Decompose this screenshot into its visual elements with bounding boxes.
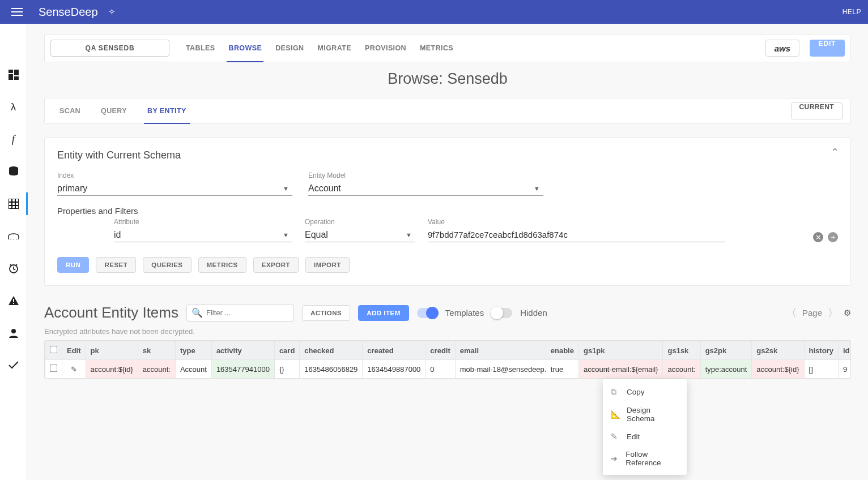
value-label: Value [428, 218, 725, 226]
reset-button[interactable]: RESET [96, 257, 136, 273]
col-gs2sk[interactable]: gs2sk [752, 341, 804, 360]
col-edit[interactable]: Edit [62, 341, 86, 360]
chevron-up-icon[interactable]: ⌃ [831, 146, 839, 158]
remove-filter-icon[interactable]: ✕ [813, 232, 823, 242]
app-header: SenseDeep ✧ HELP [0, 0, 868, 24]
cell-gs1sk: account: [663, 360, 700, 379]
tab-by-entity[interactable]: BY ENTITY [137, 98, 197, 124]
edit-button[interactable]: EDIT [810, 40, 845, 57]
check-icon[interactable] [0, 358, 27, 372]
value-input[interactable] [428, 228, 725, 242]
operation-select[interactable]: Equal▼ [305, 228, 415, 242]
encrypted-note: Encrypted attributes have not been decry… [44, 327, 851, 336]
row-edit-icon[interactable]: ✎ [62, 360, 86, 379]
ctx-follow-reference[interactable]: ➔Follow Reference [603, 445, 687, 472]
next-page-icon[interactable]: 〉 [828, 306, 838, 320]
col-credit[interactable]: credit [426, 341, 455, 360]
current-button[interactable]: CURRENT [791, 102, 843, 119]
cell-sk: account: [138, 360, 175, 379]
grid-icon[interactable] [0, 197, 27, 211]
col-gs1pk[interactable]: gs1pk [578, 341, 663, 360]
tab-query[interactable]: QUERY [91, 98, 137, 124]
operation-label: Operation [305, 218, 415, 226]
tab-browse[interactable]: BROWSE [222, 34, 268, 62]
page-title: Browse: Sensedb [44, 70, 851, 88]
tab-scan[interactable]: SCAN [49, 98, 91, 124]
cell-type: Account [175, 360, 211, 379]
cell-gs2pk: type:account [700, 360, 752, 379]
cell-credit: 0 [426, 360, 455, 379]
gear-icon[interactable]: ⚙ [844, 308, 851, 318]
col-checked[interactable]: checked [300, 341, 363, 360]
metrics-button[interactable]: METRICS [198, 257, 246, 273]
database-selector[interactable]: QA SENSEDB [50, 40, 169, 57]
cell-card: {} [274, 360, 299, 379]
svg-rect-7 [13, 299, 14, 302]
svg-point-9 [11, 329, 16, 333]
cell-activity: 1635477941000 [211, 360, 274, 379]
tab-tables[interactable]: TABLES [180, 34, 221, 62]
ruler-icon: 📐 [611, 410, 620, 419]
entity-model-label: Entity Model [308, 172, 543, 179]
tab-provision[interactable]: PROVISION [359, 34, 412, 62]
col-pk[interactable]: pk [86, 341, 138, 360]
ctx-design-schema[interactable]: 📐Design Schema [603, 401, 687, 427]
export-button[interactable]: EXPORT [253, 257, 299, 273]
function-icon[interactable]: f [0, 132, 27, 146]
col-enable[interactable]: enable [546, 341, 578, 360]
col-card[interactable]: card [274, 341, 299, 360]
templates-toggle[interactable] [417, 308, 437, 318]
svg-rect-8 [13, 303, 14, 304]
col-created[interactable]: created [363, 341, 426, 360]
table-row[interactable]: ✎ account:${id} account: Account 1635477… [45, 360, 852, 379]
run-button[interactable]: RUN [57, 257, 89, 273]
filters-heading: Properties and Filters [57, 206, 838, 216]
col-activity[interactable]: activity [211, 341, 274, 360]
col-gs2pk[interactable]: gs2pk [700, 341, 752, 360]
col-id[interactable]: id [838, 341, 851, 360]
add-filter-icon[interactable]: ＋ [828, 232, 838, 242]
lambda-icon[interactable]: λ [0, 100, 27, 114]
tab-metrics[interactable]: METRICS [414, 34, 459, 62]
import-button[interactable]: IMPORT [305, 257, 350, 273]
tab-design[interactable]: DESIGN [269, 34, 310, 62]
ctx-edit[interactable]: ✎Edit [603, 427, 687, 445]
row-checkbox[interactable] [50, 365, 58, 372]
index-select[interactable]: primary▼ [57, 181, 292, 196]
col-gs1sk[interactable]: gs1sk [663, 341, 700, 360]
cell-enable: true [546, 360, 578, 379]
col-email[interactable]: email [455, 341, 546, 360]
aws-link-button[interactable]: aws [765, 40, 799, 57]
filter-input[interactable] [206, 308, 301, 317]
add-item-button[interactable]: ADD ITEM [358, 305, 409, 321]
attribute-select[interactable]: id▼ [114, 228, 292, 242]
col-sk[interactable]: sk [138, 341, 175, 360]
help-link[interactable]: HELP [843, 8, 861, 16]
select-all-checkbox[interactable] [50, 346, 58, 354]
actions-button[interactable]: ACTIONS [302, 305, 350, 321]
database-icon[interactable] [0, 165, 27, 178]
queries-button[interactable]: QUERIES [143, 257, 191, 273]
copy-icon: ⧉ [611, 387, 620, 397]
clock-icon[interactable] [0, 262, 27, 275]
ctx-copy[interactable]: ⧉Copy [603, 383, 687, 401]
user-icon[interactable] [0, 326, 27, 340]
hidden-toggle[interactable] [492, 308, 512, 318]
svg-rect-1 [14, 70, 19, 75]
cell-history: [] [804, 360, 838, 379]
filter-input-wrap[interactable]: 🔍 [186, 305, 294, 322]
magic-wand-icon[interactable]: ✧ [108, 7, 116, 17]
tab-migrate[interactable]: MIGRATE [311, 34, 358, 62]
entity-model-select[interactable]: Account▼ [308, 181, 543, 196]
svg-rect-5 [8, 199, 19, 209]
dashboard-icon[interactable] [0, 68, 27, 82]
alert-icon[interactable] [0, 294, 27, 307]
cell-gs2sk: account:${id} [752, 360, 804, 379]
hamburger-icon[interactable] [7, 8, 27, 16]
select-all-header [45, 341, 62, 360]
bridge-icon[interactable] [0, 229, 27, 243]
col-history[interactable]: history [804, 341, 838, 360]
prev-page-icon[interactable]: 〈 [786, 306, 797, 320]
col-type[interactable]: type [175, 341, 211, 360]
svg-rect-0 [8, 70, 13, 73]
